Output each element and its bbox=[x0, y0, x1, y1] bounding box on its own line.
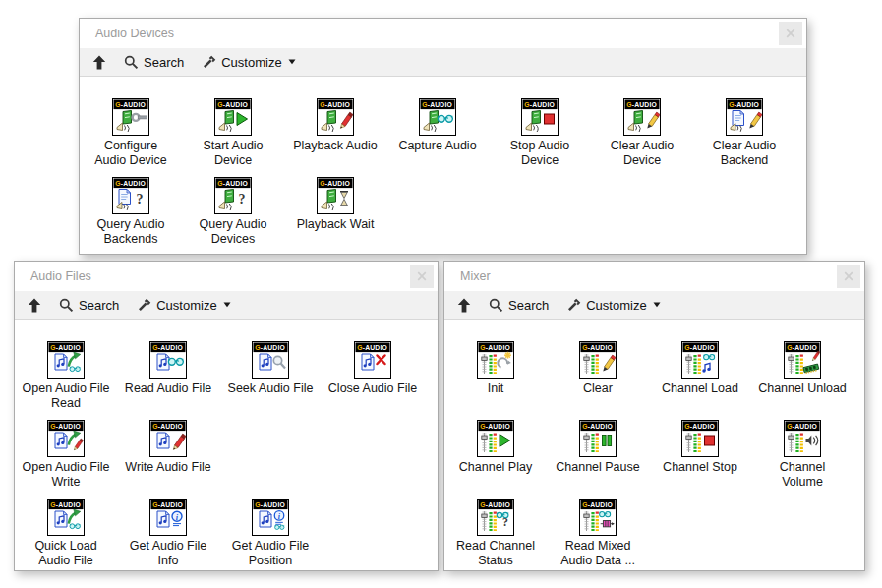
palette-item[interactable]: G-AUDIO?Read Channel Status bbox=[444, 499, 547, 570]
svg-text:G-AUDIO: G-AUDIO bbox=[115, 101, 146, 108]
palette-item-label: Read Channel Status bbox=[456, 539, 535, 568]
search-button[interactable]: Search bbox=[118, 53, 190, 72]
close-icon bbox=[844, 271, 853, 281]
svg-text:G-AUDIO: G-AUDIO bbox=[152, 344, 183, 351]
mixer-ram-pencil-icon: G-AUDIO bbox=[784, 341, 821, 379]
palette-item-label: Query Audio Backends bbox=[97, 217, 165, 247]
svg-text:G-AUDIO: G-AUDIO bbox=[626, 101, 657, 108]
palette-item[interactable]: G-AUDIOiGet Audio File Info bbox=[117, 499, 219, 570]
palette-item-label: Channel Unload bbox=[758, 382, 847, 396]
search-label: Search bbox=[508, 298, 549, 313]
svg-text:G-AUDIO: G-AUDIO bbox=[582, 344, 613, 351]
palette-item[interactable]: G-AUDIOiGet Audio File Position bbox=[219, 499, 322, 570]
palette-item[interactable]: G-AUDIOOpen Audio File Write bbox=[15, 420, 117, 499]
svg-text:G-AUDIO: G-AUDIO bbox=[480, 501, 510, 508]
palette-item[interactable]: G-AUDIOChannel Unload bbox=[751, 341, 853, 420]
palette-item[interactable]: G-AUDIOClear bbox=[547, 341, 649, 420]
speaker-play-icon: G-AUDIO bbox=[214, 98, 252, 136]
palette-item[interactable]: G-AUDIOPlayback Wait bbox=[284, 177, 386, 254]
speaker-eraser-icon: G-AUDIO bbox=[623, 98, 661, 136]
palette-item[interactable]: G-AUDIOChannel Pause bbox=[547, 420, 649, 499]
speaker-hourglass-icon: G-AUDIO bbox=[317, 177, 354, 214]
palette-item[interactable]: G-AUDIOClear Audio Device bbox=[591, 98, 693, 177]
svg-text:G-AUDIO: G-AUDIO bbox=[524, 101, 555, 108]
close-icon bbox=[417, 271, 427, 281]
palette-item[interactable]: G-AUDIORead Mixed Audio Data ... bbox=[547, 499, 649, 570]
svg-text:G-AUDIO: G-AUDIO bbox=[787, 344, 817, 351]
up-button[interactable] bbox=[87, 53, 112, 72]
palette-item[interactable]: G-AUDIOClear Audio Backend bbox=[693, 98, 795, 177]
palette-item[interactable]: G-AUDIOStop Audio Device bbox=[489, 98, 591, 177]
titlebar[interactable]: Mixer bbox=[444, 262, 864, 291]
palette-item[interactable]: G-AUDIOChannel Stop bbox=[649, 420, 751, 499]
search-icon bbox=[59, 298, 74, 313]
titlebar[interactable]: Audio Files bbox=[15, 262, 438, 291]
customize-button[interactable]: Customize bbox=[196, 53, 301, 72]
mixer-pause-icon: G-AUDIO bbox=[579, 420, 617, 457]
titlebar[interactable]: Audio Devices bbox=[80, 19, 806, 48]
chevron-down-icon bbox=[288, 59, 296, 65]
palette-item[interactable]: G-AUDIOSeek Audio File bbox=[219, 341, 322, 420]
palette-item[interactable]: G-AUDIOInit bbox=[444, 341, 547, 420]
mixer-volume-icon: G-AUDIO bbox=[784, 420, 821, 457]
svg-text:G-AUDIO: G-AUDIO bbox=[152, 501, 183, 508]
svg-text:G-AUDIO: G-AUDIO bbox=[50, 344, 81, 351]
palette-item[interactable]: G-AUDIO?Query Audio Backends bbox=[80, 177, 182, 254]
palette-item[interactable]: G-AUDIOStart Audio Device bbox=[182, 98, 284, 177]
palette-item[interactable]: G-AUDIO?Query Audio Devices bbox=[182, 177, 284, 254]
svg-text:G-AUDIO: G-AUDIO bbox=[684, 344, 715, 351]
palette-item[interactable]: G-AUDIOCapture Audio bbox=[386, 98, 489, 177]
close-button[interactable] bbox=[779, 22, 802, 45]
svg-text:G-AUDIO: G-AUDIO bbox=[50, 501, 81, 508]
svg-text:?: ? bbox=[137, 192, 144, 206]
mixer-stop-icon: G-AUDIO bbox=[681, 420, 719, 457]
palette-item-label: Playback Wait bbox=[297, 217, 375, 232]
wrench-icon bbox=[202, 55, 216, 70]
palette-item-label: Query Audio Devices bbox=[200, 217, 267, 247]
palette-item[interactable]: G-AUDIOChannel Volume bbox=[751, 420, 853, 499]
music-doc-pencil-icon: G-AUDIO bbox=[149, 420, 187, 457]
palette-item[interactable]: G-AUDIOClose Audio File bbox=[322, 341, 424, 420]
customize-button[interactable]: Customize bbox=[131, 296, 236, 315]
palette-row: G-AUDIOOpen Audio File ReadG-AUDIORead A… bbox=[15, 341, 438, 420]
close-button[interactable] bbox=[837, 265, 860, 288]
palette-item-label: Get Audio File Position bbox=[232, 539, 310, 568]
mixer-glasses-array-icon: G-AUDIO bbox=[579, 499, 617, 536]
music-doc-magnifier-icon: G-AUDIO bbox=[252, 341, 289, 379]
speaker-wrench-icon: G-AUDIO bbox=[112, 98, 149, 136]
palette-item-label: Clear bbox=[583, 382, 613, 396]
palette-item-label: Open Audio File Read bbox=[23, 382, 110, 411]
palette-row: G-AUDIOChannel PlayG-AUDIOChannel PauseG… bbox=[444, 420, 864, 499]
svg-text:G-AUDIO: G-AUDIO bbox=[480, 344, 510, 351]
svg-text:G-AUDIO: G-AUDIO bbox=[217, 180, 248, 187]
customize-button[interactable]: Customize bbox=[560, 296, 666, 315]
palette-item-label: Close Audio File bbox=[328, 382, 417, 396]
palette-item-label: Playback Audio bbox=[293, 139, 377, 153]
search-button[interactable]: Search bbox=[53, 296, 125, 315]
palette-item-label: Start Audio Device bbox=[203, 139, 263, 168]
palette-item[interactable]: G-AUDIORead Audio File bbox=[117, 341, 219, 420]
palette-item[interactable]: G-AUDIOOpen Audio File Read bbox=[15, 341, 117, 420]
customize-label: Customize bbox=[156, 298, 216, 313]
svg-text:G-AUDIO: G-AUDIO bbox=[480, 423, 510, 430]
search-label: Search bbox=[144, 55, 184, 70]
up-button[interactable] bbox=[451, 296, 477, 315]
window-title: Audio Files bbox=[30, 269, 410, 283]
doc-speaker-question-icon: G-AUDIO? bbox=[112, 177, 149, 214]
palette-item[interactable]: G-AUDIOQuick Load Audio File bbox=[15, 499, 117, 570]
palette-item[interactable]: G-AUDIOConfigure Audio Device bbox=[80, 98, 182, 177]
palette-item[interactable]: G-AUDIOWrite Audio File bbox=[117, 420, 219, 499]
svg-text:G-AUDIO: G-AUDIO bbox=[50, 423, 81, 430]
up-button[interactable] bbox=[22, 296, 47, 315]
search-button[interactable]: Search bbox=[483, 296, 555, 315]
palette-item[interactable]: G-AUDIOChannel Play bbox=[444, 420, 547, 499]
palette-item[interactable]: G-AUDIOChannel Load bbox=[649, 341, 751, 420]
wrench-icon bbox=[137, 298, 151, 313]
palette-item-label: Clear Audio Backend bbox=[713, 139, 777, 168]
speaker-stop-icon: G-AUDIO bbox=[521, 98, 559, 136]
music-doc-info-glasses-icon: G-AUDIOi bbox=[252, 499, 289, 536]
palette-item[interactable]: G-AUDIOPlayback Audio bbox=[284, 98, 386, 177]
palette-item-label: Get Audio File Info bbox=[130, 539, 207, 568]
palette-item-label: Read Mixed Audio Data ... bbox=[560, 539, 635, 568]
close-button[interactable] bbox=[410, 265, 434, 288]
